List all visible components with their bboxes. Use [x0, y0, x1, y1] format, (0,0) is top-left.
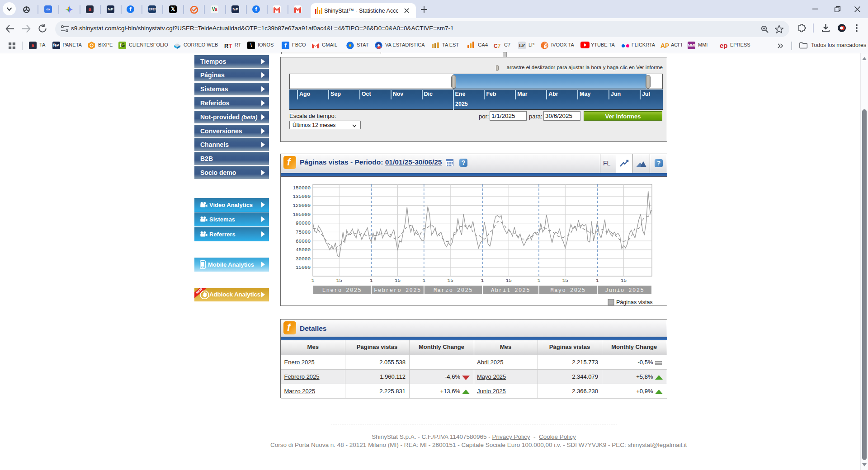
svg-text:45000: 45000 — [296, 247, 311, 253]
svg-text:15: 15 — [336, 278, 342, 283]
svg-text:15000: 15000 — [296, 265, 311, 270]
svg-text:120000: 120000 — [292, 203, 311, 208]
svg-text:1: 1 — [422, 278, 425, 283]
svg-text:15: 15 — [506, 278, 512, 283]
svg-text:15: 15 — [562, 278, 568, 283]
svg-text:Páginas vistas: Páginas vistas — [616, 299, 653, 306]
svg-text:Mayo 2025: Mayo 2025 — [550, 287, 585, 294]
svg-text:Abril 2025: Abril 2025 — [491, 287, 530, 294]
svg-text:1: 1 — [596, 278, 599, 283]
svg-text:60000: 60000 — [296, 239, 311, 244]
svg-text:1: 1 — [311, 278, 315, 283]
svg-text:105000: 105000 — [292, 212, 311, 217]
svg-text:15: 15 — [395, 278, 401, 283]
svg-text:Enero 2025: Enero 2025 — [322, 287, 362, 294]
svg-text:150000: 150000 — [292, 185, 311, 191]
svg-text:15: 15 — [621, 278, 627, 283]
svg-text:75000: 75000 — [296, 230, 311, 235]
svg-text:135000: 135000 — [292, 194, 311, 199]
svg-text:1: 1 — [538, 278, 541, 283]
svg-text:Marzo 2025: Marzo 2025 — [434, 287, 473, 294]
svg-text:1: 1 — [481, 278, 484, 283]
svg-text:30000: 30000 — [296, 256, 311, 262]
svg-text:1: 1 — [370, 278, 373, 283]
svg-text:Junio 2025: Junio 2025 — [605, 287, 644, 294]
svg-text:90000: 90000 — [296, 221, 311, 226]
svg-text:15: 15 — [448, 278, 453, 283]
svg-text:Febrero 2025: Febrero 2025 — [374, 287, 421, 294]
